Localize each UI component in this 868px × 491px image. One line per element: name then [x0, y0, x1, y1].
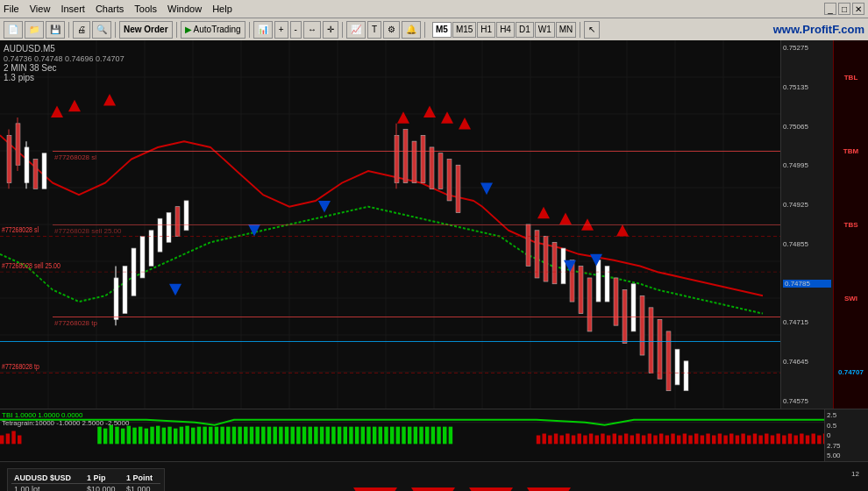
svg-rect-180 [659, 434, 663, 445]
svg-rect-202 [788, 434, 792, 445]
svg-rect-177 [642, 436, 645, 445]
svg-rect-108 [156, 426, 160, 445]
svg-rect-103 [127, 426, 131, 445]
tf-d1[interactable]: D1 [516, 22, 534, 38]
menu-insert[interactable]: Insert [60, 4, 85, 14]
svg-rect-190 [718, 434, 722, 445]
zoom-btn[interactable]: 🔍 [92, 21, 111, 39]
template-btn[interactable]: T [367, 21, 381, 39]
svg-marker-72 [103, 94, 116, 106]
svg-rect-121 [232, 427, 236, 445]
website-label: www.ProfitF.com [773, 23, 864, 36]
svg-rect-40 [175, 207, 180, 237]
minimize-btn[interactable]: _ [824, 3, 836, 15]
svg-rect-196 [753, 434, 757, 445]
indicator-btn[interactable]: 📈 [346, 21, 366, 39]
crosshair-btn[interactable]: ✛ [323, 21, 338, 39]
arrow-switch-icon [527, 487, 571, 492]
svg-rect-147 [384, 427, 388, 445]
menu-charts[interactable]: Charts [96, 4, 124, 14]
svg-rect-46 [421, 135, 425, 182]
time-label: 2 MIN 38 Sec [4, 63, 125, 73]
sep6 [424, 22, 425, 38]
svg-rect-197 [758, 436, 762, 445]
menu-window[interactable]: Window [167, 4, 202, 14]
sell-label: #77268028 sell 25.00 [53, 227, 122, 235]
new-order-btn[interactable]: New Order [119, 21, 173, 39]
tf-h1[interactable]: H1 [477, 22, 495, 38]
close-btn[interactable]: ✕ [852, 3, 864, 15]
menu-file[interactable]: File [4, 4, 19, 14]
svg-rect-162 [554, 434, 558, 445]
zoom-out-btn[interactable]: - [290, 21, 302, 39]
svg-rect-169 [595, 436, 599, 445]
sep3 [176, 22, 177, 38]
svg-rect-174 [624, 434, 628, 445]
svg-rect-120 [226, 427, 230, 445]
svg-rect-171 [607, 436, 610, 445]
zoom-in-btn[interactable]: + [274, 21, 288, 39]
svg-rect-133 [302, 427, 306, 445]
svg-rect-48 [438, 153, 443, 189]
sep4 [249, 22, 250, 38]
menu-help[interactable]: Help [212, 4, 232, 14]
svg-rect-146 [379, 427, 382, 445]
svg-rect-156 [437, 427, 440, 445]
rl-tbm: TBM [843, 147, 858, 155]
menu-view[interactable]: View [30, 4, 51, 14]
tf-h4[interactable]: H4 [496, 22, 515, 38]
maximize-btn[interactable]: □ [838, 3, 850, 15]
indicator-levels: 12 [850, 468, 861, 491]
new-file-btn[interactable]: 📄 [4, 21, 23, 39]
alert-btn[interactable]: 🔔 [402, 21, 421, 39]
tp-line: #77268028 tp [53, 317, 780, 317]
scroll-btn[interactable]: ↔ [303, 21, 321, 39]
indicator-area: TBI 1.0000 1.0000 0.0000 Tetragrain:1000… [0, 409, 868, 461]
svg-rect-117 [209, 427, 212, 445]
cursor-btn[interactable]: ↖ [584, 21, 600, 39]
svg-rect-115 [197, 427, 201, 445]
tf-m15[interactable]: M15 [452, 22, 476, 38]
settings-btn[interactable]: ⚙ [383, 21, 400, 39]
svg-rect-172 [613, 434, 616, 445]
arrow-tbs-icon [469, 487, 513, 492]
svg-rect-157 [443, 427, 446, 445]
chart-info: AUDUSD.M5 0.74736 0.74748 0.74696 0.7470… [4, 44, 125, 82]
save-btn[interactable]: 💾 [46, 21, 65, 39]
svg-rect-60 [605, 266, 609, 302]
current-price-line [0, 341, 780, 342]
svg-rect-34 [123, 266, 127, 313]
svg-rect-143 [361, 427, 365, 445]
pip-table: AUDUSD $USD 1 Pip 1 Point 1.00 lot $10.0… [7, 468, 165, 491]
svg-rect-199 [771, 436, 774, 445]
svg-rect-69 [684, 361, 688, 391]
svg-rect-144 [366, 427, 370, 445]
autotrading-btn[interactable]: ▶ AutoTrading [181, 21, 245, 39]
svg-rect-173 [618, 436, 622, 445]
svg-rect-59 [596, 260, 601, 302]
svg-rect-125 [255, 427, 259, 445]
rl-tbs: TBS [844, 221, 858, 229]
pair-prices: 0.74736 0.74748 0.74696 0.74707 [4, 54, 125, 63]
pip-pip-label: 1 Pip [84, 473, 124, 484]
tf-m5[interactable]: M5 [432, 22, 452, 38]
svg-rect-184 [683, 434, 687, 445]
chart-container[interactable]: AUDUSD.M5 0.74736 0.74748 0.74696 0.7470… [0, 40, 780, 409]
svg-rect-158 [449, 427, 452, 445]
svg-rect-105 [139, 427, 142, 445]
svg-marker-71 [68, 100, 81, 112]
svg-rect-109 [162, 428, 166, 445]
svg-marker-82 [248, 224, 260, 237]
tf-w1[interactable]: W1 [535, 22, 555, 38]
print-btn[interactable]: 🖨 [73, 21, 90, 39]
svg-text:#77268028 sl: #77268028 sl [2, 224, 39, 234]
open-btn[interactable]: 📁 [25, 21, 44, 39]
tf-mn[interactable]: MN [556, 22, 577, 38]
tp-label: #77268028 tp [53, 319, 97, 327]
indicator-tbi: TBI 1.0000 1.0000 0.0000 [2, 411, 83, 419]
svg-rect-65 [649, 308, 653, 374]
menu-tools[interactable]: Tools [134, 4, 157, 14]
svg-rect-128 [273, 427, 276, 445]
svg-rect-207 [817, 436, 821, 445]
chart-type-btn[interactable]: 📊 [253, 21, 273, 39]
